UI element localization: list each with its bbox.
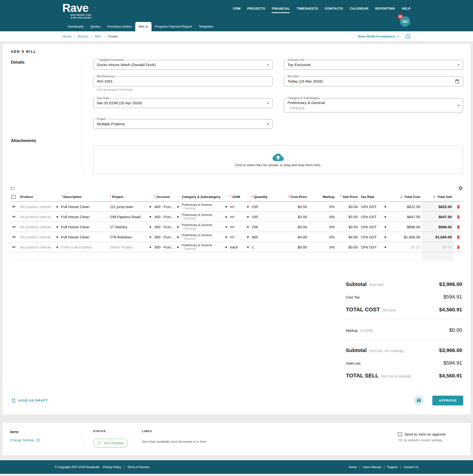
cost-price-input[interactable]: $4.00 [274,235,308,239]
cost-price-input[interactable]: $3.50 [274,225,308,229]
save-button[interactable] [414,395,424,405]
primary-nav-item[interactable]: REPORTING [375,7,395,13]
product-select[interactable]: No product selecte ▾ [19,245,60,249]
category-select[interactable]: Preliminary & General - Cleaning ▾ [180,244,229,250]
primary-nav-item[interactable]: FINANCIAL [272,7,290,13]
footer-link[interactable]: Terms of Service [127,465,149,469]
send-to-xero-checkbox[interactable] [398,432,402,436]
description-input[interactable]: Full House Clean [60,215,108,219]
calendar-icon[interactable] [455,79,459,84]
uom-select[interactable]: m² ▾ [229,225,250,229]
project-select[interactable]: 276 Rotokaru ▾ [108,235,153,239]
category-select[interactable]: Preliminary & General - Cleaning ▾ [180,233,229,240]
tax-rate-select[interactable]: 15% GST ▾ [359,215,388,219]
primary-nav-item[interactable]: PROJECTS [247,7,265,13]
breadcrumb-link[interactable]: Bills [95,35,101,38]
file-upload-dropzone[interactable]: Click to select files for upload, or dra… [93,145,463,174]
subnav-item[interactable]: Bills In [135,22,152,31]
account-select[interactable]: 300 - Purchas ▾ [153,225,180,229]
category-select[interactable]: Category & Subcategory Preliminary & Gen… [284,98,463,112]
quantity-input[interactable]: 1 [250,245,274,249]
drag-handle-icon[interactable] [11,245,16,249]
description-input[interactable]: Full House Clean [60,235,108,239]
category-select[interactable]: Preliminary & General - Cleaning ▾ [180,213,229,220]
account-select[interactable]: 300 - Purchas ▾ [153,205,180,209]
markup-input[interactable]: 0% [308,215,336,219]
cost-price-input[interactable]: $0.00 [274,245,308,249]
drag-handle-icon[interactable] [11,204,16,209]
user-menu[interactable]: 20 GG [400,16,410,27]
due-date-select[interactable]: Due Date Net 20 EOM (20 Apr 2026) ▾ [93,98,272,108]
cost-price-input[interactable]: $3.50 [274,215,308,219]
tax-rate-select[interactable]: 15% GST ▾ [359,245,388,249]
markup-input[interactable]: 0% [308,235,336,239]
drag-handle-icon[interactable] [11,214,16,219]
uom-select[interactable]: m² ▾ [229,205,250,209]
markup-input[interactable]: 0% [308,205,336,209]
delete-row-button[interactable] [456,214,461,219]
save-as-draft-button[interactable]: SAVE AS DRAFT [11,398,48,403]
subnav-item[interactable]: Purchase Orders [104,22,135,31]
primary-nav-item[interactable]: TIMESHEETS [297,7,318,13]
delete-row-button[interactable] [456,235,461,239]
markup-input[interactable]: 0% [308,225,336,229]
footer-link[interactable]: Users Manual [363,465,381,469]
delete-row-button[interactable] [456,245,461,249]
description-input[interactable]: Enter a description [60,245,108,249]
subnav-item[interactable]: Progress Payment Report [152,22,195,31]
project-select[interactable]: Project Multiple Projects ▾ [93,119,272,129]
bill-date-input[interactable]: Bill Date Today (16 Mar 2026) [284,76,463,86]
sell-price-input[interactable]: $3.50 [336,225,359,229]
history-clock-button[interactable] [405,34,411,39]
primary-nav-item[interactable]: CONTACTS [325,7,343,13]
cost-price-input[interactable]: $3.50 [274,205,308,209]
product-select[interactable]: No product selecte ▾ [19,235,60,239]
product-select[interactable]: No product selecte ▾ [19,225,60,229]
quantity-input[interactable]: 185 [250,215,274,219]
uom-select[interactable]: m² ▾ [229,215,250,219]
quantity-input[interactable]: 235 [250,205,274,209]
product-select[interactable]: No product selecte ▾ [19,205,60,209]
footer-link[interactable]: Support [387,465,398,469]
description-input[interactable]: Full House Clean [60,225,108,229]
product-select[interactable]: No product selecte ▾ [19,215,60,219]
subnav-item[interactable]: Quotes [87,22,104,31]
change-settings-link[interactable]: Change Settings [10,438,83,442]
markup-input[interactable]: 0% [308,245,336,249]
primary-nav-item[interactable]: CRM [233,7,240,13]
approve-button[interactable]: APPROVE [432,396,463,405]
breadcrumb-link[interactable]: Branch [78,35,88,38]
quantity-input[interactable]: 256 [250,225,274,229]
drag-handle-icon[interactable] [11,224,16,229]
sell-price-input[interactable]: $3.50 [336,205,359,209]
quantity-input[interactable]: 400 [250,235,274,239]
primary-nav-item[interactable]: CALENDAR [350,7,369,13]
sell-price-input[interactable]: $4.00 [336,235,359,239]
subnav-item[interactable]: Dashboard [64,22,87,31]
supplier-select[interactable]: Supplier/Contractor Ducks House Wash (Do… [93,60,272,70]
select-all-checkbox[interactable] [11,195,16,199]
sell-price-input[interactable]: $0.00 [336,245,359,249]
tax-rate-select[interactable]: 15% GST ▾ [359,225,388,229]
description-input[interactable]: Full House Clean [60,205,108,209]
project-select[interactable]: 111 jump town ▾ [108,205,153,209]
sell-price-input[interactable]: $3.50 [336,215,359,219]
category-select[interactable]: Preliminary & General - Cleaning ▾ [180,223,229,230]
breadcrumb-link[interactable]: Home [62,35,71,38]
tax-rate-select[interactable]: 15% GST ▾ [359,205,388,209]
project-select[interactable]: 249 Papanui Road ▾ [108,215,153,219]
delete-row-button[interactable] [456,225,461,229]
account-select[interactable]: 300 - Purchas ▾ [153,245,180,249]
bulk-edit-checklist-button[interactable] [10,186,16,191]
footer-link[interactable]: Privacy Policy [103,465,121,469]
bill-reference-input[interactable]: Bill Reference INV-1001 [93,76,272,86]
uom-select[interactable]: m² ▾ [229,235,250,239]
project-select[interactable]: 27 Stanley ▾ [108,225,153,229]
tax-rate-select[interactable]: 15% GST ▾ [359,235,388,239]
send-to-xero-row[interactable]: Send to Xero on approve [398,432,463,436]
branch-context-selector[interactable]: Rave Build Acceptance [358,34,400,38]
delete-row-button[interactable] [456,204,461,209]
category-select[interactable]: Preliminary & General - Cleaning ▾ [180,203,229,210]
amounts-are-select[interactable]: Amounts Are Tax Exclusive ▾ [284,60,463,70]
account-select[interactable]: 300 - Purchas ▾ [153,215,180,219]
